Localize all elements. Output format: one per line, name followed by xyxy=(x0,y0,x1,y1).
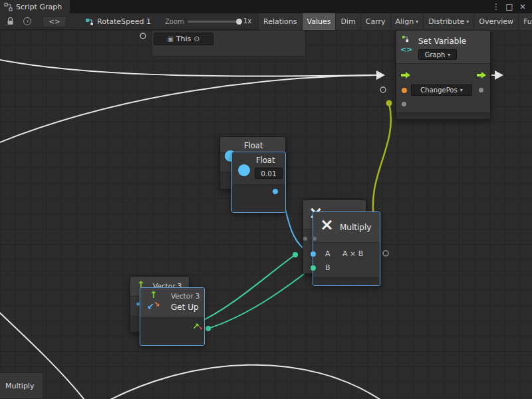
float-icon xyxy=(238,164,250,176)
port-result-label: A × B xyxy=(342,249,363,258)
up-arrow-icon: ↑ xyxy=(150,289,158,300)
chevron-down-icon: ▾ xyxy=(416,14,418,30)
wire-vector-to-b xyxy=(208,267,313,329)
float-value-field[interactable]: 0.01 xyxy=(255,168,283,179)
chevron-down-icon: ▾ xyxy=(460,87,463,93)
variable-scope-dropdown[interactable]: Graph ▾ xyxy=(418,49,457,60)
multiply-a-port[interactable] xyxy=(311,251,316,257)
wire-result-to-variable xyxy=(373,103,391,223)
port-a-label: A xyxy=(325,249,331,258)
zoom-slider[interactable] xyxy=(188,21,239,23)
tab-title: Script Graph xyxy=(16,3,62,11)
float-title: Float xyxy=(256,156,275,165)
node-footer xyxy=(313,277,380,285)
wire-vector-back-to-a xyxy=(197,255,295,323)
align-button[interactable]: Align▾ xyxy=(390,13,424,30)
this-output-port[interactable] xyxy=(140,33,146,39)
variable-name-port[interactable] xyxy=(402,88,407,93)
wire-flow-left-lower xyxy=(0,75,376,145)
set-variable-node[interactable]: <> Set Variable Graph ▾ ChangePos ▾ xyxy=(396,30,491,120)
window-maximize-icon[interactable]: □ xyxy=(504,2,515,11)
back-port[interactable] xyxy=(303,237,307,241)
vector-output-endpoint[interactable] xyxy=(205,326,211,331)
flow-input-port[interactable] xyxy=(400,71,411,79)
this-node-group[interactable]: ▣ This ⊙ xyxy=(152,30,306,57)
multiply-node[interactable]: × Multiply A A × B B xyxy=(313,211,380,286)
arrow-down-right-icon: ↘ xyxy=(198,325,203,331)
flow-arrowhead-in xyxy=(376,70,385,80)
variable-icon: <> xyxy=(400,45,412,54)
window-close-icon[interactable]: × xyxy=(517,2,528,11)
arrow-down-right-icon: ↘ xyxy=(154,300,160,309)
distribute-button[interactable]: Distribute▾ xyxy=(423,13,473,30)
carry-button[interactable]: Carry xyxy=(360,13,390,30)
multiply-b-port[interactable] xyxy=(311,265,316,271)
values-button[interactable]: Values xyxy=(302,13,336,30)
graph-canvas[interactable]: ▣ This ⊙ <> Set Variable Graph ▾ ChangeP… xyxy=(0,30,532,399)
olive-wire-endpoint[interactable] xyxy=(386,100,392,106)
multiply-title: Multiply xyxy=(340,223,371,232)
graph-unit-icon xyxy=(402,35,410,43)
multiply-icon: × xyxy=(320,215,334,234)
target-port-icon[interactable]: ⊙ xyxy=(194,35,200,43)
window-menu-icon[interactable]: ⋮ xyxy=(491,2,501,11)
vector3-getup-node[interactable]: ↑ Vector 3 ↙ ↘ Get Up ↗ ↘ xyxy=(140,287,205,346)
cube-icon: ▣ xyxy=(167,35,173,43)
unconnected-port[interactable] xyxy=(380,87,386,92)
float-back-title: Float xyxy=(244,141,263,150)
toolbar-button-group: Relations Values Dim Carry Align▾ Distri… xyxy=(258,13,532,30)
wire-flow-left-upper xyxy=(0,59,376,76)
lock-icon[interactable] xyxy=(4,16,16,27)
graph-breadcrumb[interactable]: RotateSpeed 1 xyxy=(85,16,151,27)
wire-bottom-curve xyxy=(105,365,384,399)
flow-arrowhead-out xyxy=(495,70,503,80)
float-port-strip xyxy=(232,184,285,212)
tooltip-text: Multiply xyxy=(5,382,34,390)
zoom-value: 1x xyxy=(243,17,251,25)
this-node-label: This xyxy=(176,35,191,43)
zoom-label: Zoom xyxy=(165,18,184,25)
overview-button[interactable]: Overview xyxy=(473,13,518,30)
graph-asset-icon xyxy=(85,17,94,26)
multiply-output-port[interactable] xyxy=(383,251,388,256)
getup-title: Get Up xyxy=(171,303,199,312)
fullscreen-button[interactable]: Full Screen xyxy=(518,13,532,30)
variable-output-port[interactable] xyxy=(479,88,483,92)
float-output-port[interactable] xyxy=(273,189,278,194)
vector3-surtitle: Vector 3 xyxy=(171,292,200,300)
port-b-label: B xyxy=(325,263,331,272)
graph-toolbar: i <> RotateSpeed 1 Zoom 1x Relations Val… xyxy=(0,13,532,30)
flow-output-port[interactable] xyxy=(476,71,487,79)
info-icon[interactable]: i xyxy=(21,16,33,27)
set-variable-title: Set Variable xyxy=(418,37,466,46)
dim-button[interactable]: Dim xyxy=(335,13,360,30)
value-input-port[interactable] xyxy=(402,102,406,106)
chevron-down-icon: ▾ xyxy=(448,52,450,58)
relations-button[interactable]: Relations xyxy=(258,13,302,30)
teal-wire-endpoint[interactable] xyxy=(293,252,298,257)
zoom-slider-knob[interactable] xyxy=(236,19,242,25)
unused-port[interactable] xyxy=(313,237,317,241)
variable-name-dropdown[interactable]: ChangePos ▾ xyxy=(411,84,472,96)
tab-script-graph[interactable]: Script Graph xyxy=(0,0,70,13)
this-node[interactable]: ▣ This ⊙ xyxy=(154,33,213,45)
node-tooltip: Multiply xyxy=(0,372,43,399)
chevron-down-icon: ▾ xyxy=(466,14,469,30)
graph-name: RotateSpeed 1 xyxy=(97,17,151,26)
script-graph-icon xyxy=(4,3,13,11)
node-footer xyxy=(396,112,490,119)
window-titlebar: Script Graph ⋮ □ × xyxy=(0,0,532,13)
code-toggle-button[interactable]: <> xyxy=(43,16,66,27)
float-node[interactable]: Float 0.01 xyxy=(231,152,286,213)
